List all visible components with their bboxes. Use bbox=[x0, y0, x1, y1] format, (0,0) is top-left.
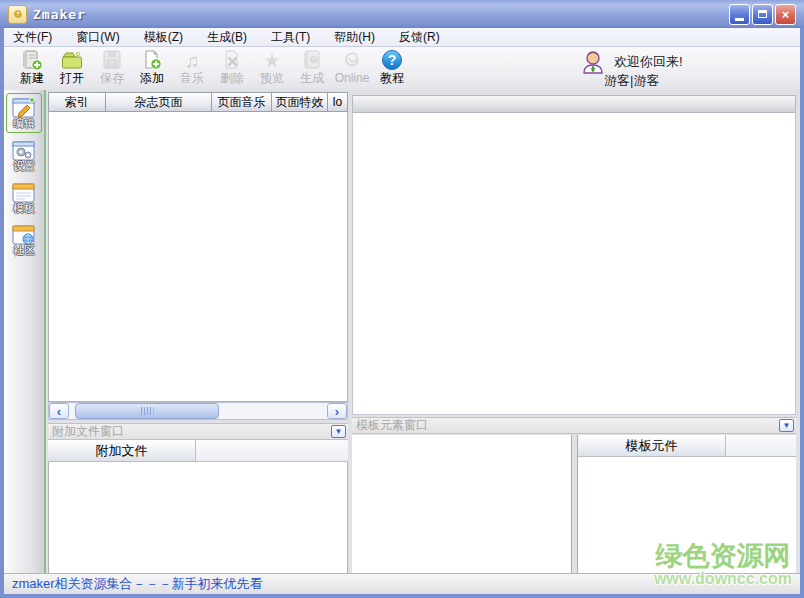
menu-window[interactable]: 窗口(W) bbox=[67, 28, 128, 47]
toolbar-label: 生成 bbox=[300, 71, 324, 85]
toolbar-label: 教程 bbox=[380, 71, 404, 85]
menu-bar: 文件(F) 窗口(W) 模板(Z) 生成(B) 工具(T) 帮助(H) 反馈(R… bbox=[4, 28, 800, 47]
delete-page-icon bbox=[220, 49, 244, 71]
tab-magazine-pages[interactable]: 杂志页面 bbox=[106, 92, 212, 112]
title-bar: Zmaker × bbox=[0, 0, 804, 28]
canvas-toolbar-strip bbox=[352, 95, 796, 113]
generate-book-icon bbox=[300, 49, 324, 71]
template-parts-area: 模板元件 bbox=[577, 435, 796, 573]
attach-files-header-row: 附加文件 bbox=[48, 440, 348, 462]
toolbar-label: 音乐 bbox=[180, 71, 204, 85]
new-button[interactable]: 新建 bbox=[12, 47, 52, 89]
template-panel-dropdown-button[interactable]: ▼ bbox=[779, 419, 794, 432]
template-elements-panel-title: 模板元素窗口 bbox=[352, 417, 428, 434]
sidebar-item-label: 编辑 bbox=[7, 116, 41, 131]
save-button: 保存 bbox=[92, 47, 132, 89]
menu-feedback[interactable]: 反馈(R) bbox=[390, 28, 449, 47]
tab-page-music[interactable]: 页面音乐 bbox=[212, 92, 272, 112]
status-bar: zmaker相关资源集合－－－新手初来优先看 bbox=[4, 573, 800, 594]
tutorial-help-icon: ? bbox=[380, 49, 404, 71]
attach-files-panel-header: 附加文件窗口 ▼ bbox=[48, 423, 348, 440]
question-icon: ? bbox=[382, 50, 402, 70]
menu-generate[interactable]: 生成(B) bbox=[198, 28, 256, 47]
menu-template[interactable]: 模板(Z) bbox=[135, 28, 192, 47]
toolbar-label: 新建 bbox=[20, 71, 44, 85]
music-icon: ♫ bbox=[180, 49, 204, 71]
scrollbar-thumb[interactable] bbox=[75, 403, 219, 419]
toolbar-label: 添加 bbox=[140, 71, 164, 85]
sidebar-item-label: 设置 bbox=[7, 159, 41, 174]
scroll-left-button[interactable]: ‹ bbox=[49, 403, 69, 419]
page-list-area[interactable] bbox=[48, 112, 348, 402]
menu-file[interactable]: 文件(F) bbox=[4, 28, 61, 47]
toolbar-label: 保存 bbox=[100, 71, 124, 85]
online-spiral-icon bbox=[340, 49, 364, 71]
sidebar-item-label: 模板 bbox=[7, 201, 41, 216]
template-elements-panel-header: 模板元素窗口 ▼ bbox=[352, 417, 796, 434]
tab-overflow[interactable]: lo bbox=[328, 92, 348, 112]
canvas-area[interactable] bbox=[352, 113, 796, 415]
template-parts-column-header[interactable]: 模板元件 bbox=[578, 435, 726, 456]
maximize-icon bbox=[758, 10, 767, 18]
attach-files-list[interactable] bbox=[48, 462, 348, 573]
sidebar: 编辑 设置 bbox=[4, 90, 46, 573]
preview-button: ★ 预览 bbox=[252, 47, 292, 89]
toolbar-label: 打开 bbox=[60, 71, 84, 85]
scrollbar-grip-icon bbox=[141, 407, 154, 415]
template-elements-panel: 模板元素窗口 ▼ 模板元件 bbox=[352, 90, 796, 573]
app-window: Zmaker × 文件(F) 窗口(W) 模板(Z) 生成(B) 工具(T) 帮… bbox=[0, 0, 804, 598]
attach-files-panel-title: 附加文件窗口 bbox=[48, 423, 124, 440]
minimize-button[interactable] bbox=[729, 4, 750, 25]
status-text: zmaker相关资源集合－－－新手初来优先看 bbox=[4, 575, 263, 593]
minimize-icon bbox=[735, 18, 744, 21]
sidebar-item-community[interactable]: 社区 bbox=[7, 221, 41, 259]
template-parts-header-row: 模板元件 bbox=[578, 435, 796, 457]
user-avatar-icon bbox=[580, 49, 606, 78]
sidebar-item-settings[interactable]: 设置 bbox=[7, 137, 41, 175]
attach-panel-dropdown-button[interactable]: ▼ bbox=[331, 425, 346, 438]
sidebar-item-template[interactable]: 模板 bbox=[7, 179, 41, 217]
toolbar-label: 删除 bbox=[220, 71, 244, 85]
open-folder-icon bbox=[60, 49, 84, 71]
save-icon bbox=[100, 49, 124, 71]
sidebar-item-label: 社区 bbox=[7, 243, 41, 258]
welcome-text: 欢迎你回来! bbox=[614, 53, 683, 71]
new-doc-icon bbox=[20, 49, 44, 71]
tab-page-effects[interactable]: 页面特效 bbox=[272, 92, 328, 112]
horizontal-scrollbar[interactable]: ‹ › bbox=[48, 402, 348, 420]
tutorial-button[interactable]: ? 教程 bbox=[372, 47, 412, 89]
tab-index[interactable]: 索引 bbox=[48, 92, 106, 112]
workspace: 编辑 设置 bbox=[4, 90, 800, 573]
close-button[interactable]: × bbox=[775, 4, 796, 25]
scroll-right-button[interactable]: › bbox=[327, 403, 347, 419]
online-button: Online bbox=[332, 47, 372, 89]
pages-panel: 索引 杂志页面 页面音乐 页面特效 lo ‹ › 附加文件窗口 ▼ 附加文件 bbox=[46, 90, 350, 573]
music-button: ♫ 音乐 bbox=[172, 47, 212, 89]
maximize-button[interactable] bbox=[752, 4, 773, 25]
window-title: Zmaker bbox=[33, 7, 86, 22]
generate-button: 生成 bbox=[292, 47, 332, 89]
menu-tools[interactable]: 工具(T) bbox=[262, 28, 319, 47]
menu-help[interactable]: 帮助(H) bbox=[325, 28, 384, 47]
add-button[interactable]: 添加 bbox=[132, 47, 172, 89]
user-area: 欢迎你回来! 游客|游客 bbox=[576, 48, 786, 88]
add-page-icon bbox=[140, 49, 164, 71]
window-controls: × bbox=[729, 4, 804, 25]
username-text: 游客|游客 bbox=[604, 72, 659, 90]
preview-star-icon: ★ bbox=[260, 49, 284, 71]
toolbar-label: 预览 bbox=[260, 71, 284, 85]
delete-button: 删除 bbox=[212, 47, 252, 89]
toolbar-label: Online bbox=[335, 71, 370, 85]
app-logo-icon bbox=[8, 5, 27, 24]
open-button[interactable]: 打开 bbox=[52, 47, 92, 89]
attach-files-column-header[interactable]: 附加文件 bbox=[48, 440, 196, 461]
close-icon: × bbox=[782, 8, 790, 21]
template-preview-area[interactable] bbox=[352, 435, 572, 573]
page-tabs: 索引 杂志页面 页面音乐 页面特效 lo bbox=[48, 92, 348, 112]
sidebar-item-edit[interactable]: 编辑 bbox=[6, 93, 42, 133]
